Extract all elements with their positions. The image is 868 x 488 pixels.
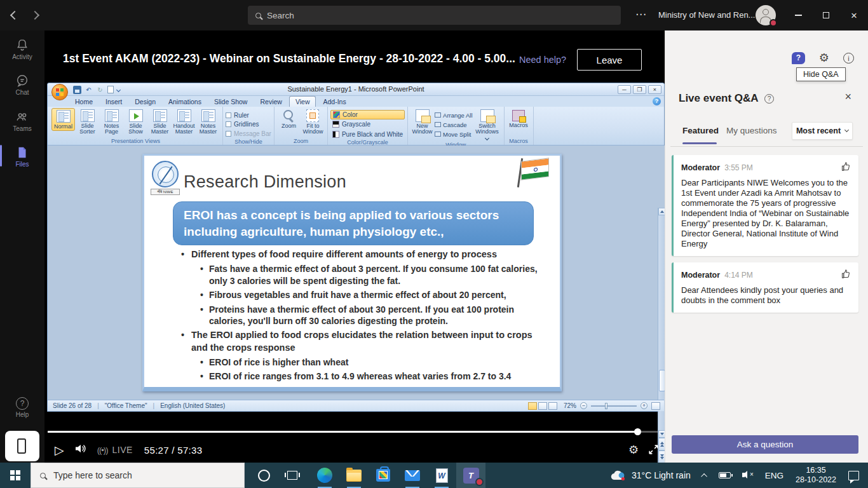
qa-toggle-icon[interactable]: ? [792,52,805,64]
slide-master-icon [153,109,167,122]
language-indicator[interactable]: ENG [759,463,789,488]
cortana-button[interactable] [251,463,276,488]
volume-muted-icon[interactable]: × [736,463,759,488]
switch-windows-button: Switch Windows [473,108,501,142]
edge-icon [317,468,332,483]
zoom-out-button: − [580,402,587,409]
live-broadcast-icon: ((•)) [97,445,108,455]
weather-widget[interactable]: 31°C Light rain [604,470,697,481]
person-icon [763,9,769,15]
taskbar-edge[interactable] [310,463,339,488]
leave-button[interactable]: Leave [577,49,642,71]
sidebar-item-activity[interactable]: Activity [0,38,44,60]
message-time: 3:55 PM [724,163,753,172]
forward-arrow-icon[interactable] [32,10,38,21]
close-button[interactable]: × [840,0,868,30]
phone-icon [17,438,26,454]
sidebar-item-chat[interactable]: Chat [0,74,44,96]
handout-master-icon [177,109,191,122]
maximize-button[interactable] [812,0,840,30]
search-icon [40,473,46,478]
taskbar-search-input[interactable]: Type here to search [31,463,245,488]
message-author: Moderator [681,271,720,280]
message-time: 4:14 PM [724,271,753,280]
sidebar-item-teams[interactable]: Teams [0,110,44,132]
chat-icon [15,74,29,88]
group-window: New Window Arrange All Cascade Move Spli… [408,107,504,145]
volume-icon[interactable] [75,444,87,456]
more-options-button[interactable]: ⋯ [635,8,647,21]
sidebar-item-files[interactable]: Files [0,146,44,168]
back-arrow-icon[interactable] [11,10,18,21]
tray-date: 28-10-2022 [796,475,836,485]
bullet-item: The EROI applied to food crops elucidate… [181,329,550,353]
fullscreen-icon[interactable] [648,444,659,458]
help-icon: ? [16,397,29,410]
tab-view: View [289,96,316,107]
task-view-button[interactable] [280,463,305,488]
player-controls: ▷ ((•)) LIVE 55:27 / 57:33 ⚙ [44,437,665,463]
org-name[interactable]: Ministry of New and Ren... [658,10,755,20]
clock[interactable]: 16:35 28-10-2022 [789,466,843,485]
qa-close-icon[interactable]: × [844,90,851,104]
tab-my-questions[interactable]: My questions [726,126,777,135]
tab-insert: Insert [100,97,128,107]
tab-add-ins: Add-Ins [317,97,351,107]
slide-callout: EROI has a concept is being applied to v… [173,201,534,245]
divider [670,146,863,147]
notes-master-icon [201,109,215,122]
play-button[interactable]: ▷ [55,443,64,458]
qa-help-icon[interactable]: ? [764,94,774,104]
sidebar-item-help[interactable]: ? Help [0,397,44,418]
like-button[interactable] [841,269,851,281]
ask-a-question-button[interactable]: Ask a question [672,435,858,454]
qa-message-card: Moderator 3:55 PM Dear Participants NIWE… [672,155,858,256]
video-progress-bar[interactable] [48,431,658,433]
pip-overlay[interactable] [5,431,39,461]
search-placeholder: Search [267,11,294,20]
taskbar-store[interactable] [369,463,398,488]
need-help-link[interactable]: Need help? [519,55,566,65]
taskbar-teams[interactable]: T [456,463,485,488]
slide-sorter-icon [81,109,95,122]
taskbar-mail[interactable] [398,463,427,488]
tray-chevron-up[interactable] [697,463,713,488]
taskbar-word[interactable]: W [427,463,456,488]
ppt-statusbar: Slide 26 of 28 | "Office Theme" | Englis… [48,400,664,411]
ppt-restore-button: ❐ [633,85,646,94]
start-button[interactable] [0,463,31,488]
playback-time: 55:27 / 57:33 [144,445,202,456]
progress-scrubber[interactable] [634,428,641,435]
action-center-button[interactable] [843,463,868,488]
like-button[interactable] [841,161,851,174]
event-title: 1st Event AKAM (2022-23) - Webinar on Su… [63,52,515,65]
sort-dropdown[interactable]: Most recent [792,122,853,140]
macros-icon [512,110,525,121]
qa-message-card: Moderator 4:14 PM Dear Attendees kindly … [672,262,858,313]
info-icon[interactable]: i [843,53,854,64]
gear-icon[interactable]: ⚙ [819,51,829,65]
minimize-button[interactable] [784,0,812,30]
app-rail: Activity Chat Teams Files ? Help [0,30,44,463]
tab-featured[interactable]: Featured [682,126,719,135]
word-icon: W [436,468,448,483]
tab-review: Review [254,97,287,107]
weather-text: 31°C Light rain [632,470,691,480]
pure-bw-button: Pure Black and White [330,130,405,139]
avatar[interactable] [756,5,776,25]
battery-icon[interactable] [713,463,736,488]
teams-search-input[interactable]: Search [248,6,621,25]
bullet-item: Fibrous vegetables and fruit have a ther… [200,289,550,301]
taskbar-file-explorer[interactable] [339,463,369,488]
live-label: LIVE [112,445,133,455]
powerpoint-window: ↶ ↻ Sustainable Energy1 - Microsoft Powe… [47,83,665,412]
player-settings-icon[interactable]: ⚙ [628,443,639,457]
chevron-down-icon [844,128,849,132]
cortana-icon [258,470,270,482]
ppt-help-icon: ? [653,97,661,105]
niwe-logo: नीवे NIWE [151,161,180,195]
zoom-percent: 72% [564,402,576,409]
normal-view-button: Normal [51,108,75,131]
ruler-checkbox: Ruler [226,111,271,119]
zoom-button: Zoom [277,108,301,130]
